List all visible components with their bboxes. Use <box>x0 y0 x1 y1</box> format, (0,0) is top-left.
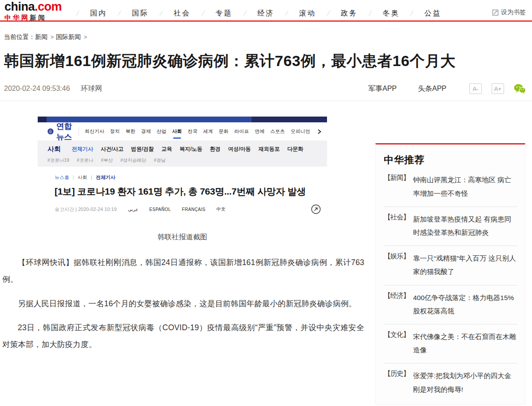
publish-time: 2020-02-24 09:53:46 <box>4 85 70 92</box>
yonhap-headline: [1보] 코로나19 환자 161명 추가, 총 763명...7번째 사망자 … <box>55 185 321 198</box>
yonhap-logo[interactable]: 연합뉴스 <box>47 121 72 142</box>
lang-chinese[interactable]: 中文 <box>217 206 226 212</box>
recommend-item-economy[interactable]: 【经济】 400亿争夺战落定：格力电器15%股权花落高瓴 <box>384 285 517 324</box>
site-header: china.com 中华网新闻 国内 国际 社会 专题 经济 滚动 政务 冬奥 … <box>0 0 532 22</box>
yonhap-nav-sports[interactable]: 스포츠 <box>270 128 285 135</box>
image-caption: 韩联社报道截图 <box>38 233 327 242</box>
yonhap-section-title: 사회 <box>47 145 61 153</box>
yonhap-nav-world[interactable]: 세계 <box>203 128 213 135</box>
yonhap-nav-industry[interactable]: 산업 <box>157 128 166 135</box>
article-column: 연합뉴스 최신기사 정치 북한 경제 산업 사회 전국 세계 문화 라이프 연예… <box>0 117 365 353</box>
article-source[interactable]: 环球网 <box>81 85 102 92</box>
logo-subtitle: 中华网新闻 <box>4 14 62 21</box>
recommend-category: 【社会】 <box>384 213 413 239</box>
article-meta-right: 军事APP 头条APP A- A+ <box>347 83 526 94</box>
share-icon[interactable] <box>311 204 321 214</box>
recommend-item-history[interactable]: 【历史】 张爱萍:把我划为邓小平的四大金刚是对我的侮辱! <box>384 363 517 402</box>
yonhap-subnav: 사회 전체기사 사건/사고 법원/검찰 교육 복지/노동 환경 여성/아동 재외… <box>38 141 327 167</box>
page-title: 韩国新增161例新冠肺炎确诊病例：累计763例，最小患者16个月大 <box>4 50 528 72</box>
yonhap-nav: 최신기사 정치 북한 경제 산업 사회 전국 세계 문화 라이프 연예 스포츠 … <box>85 128 322 135</box>
toutiao-app-link[interactable]: 头条APP <box>418 84 446 94</box>
yonhap-nav-opinion[interactable]: 오피니언 <box>291 128 310 135</box>
nav-item-special[interactable]: 专题 <box>191 9 233 18</box>
lang-french[interactable]: FRANÇAIS <box>182 207 205 212</box>
chevron-right-icon[interactable] <box>317 129 322 134</box>
recommend-text: 张爱萍:把我划为邓小平的四大金刚是对我的侮辱! <box>413 369 517 396</box>
yonhap-subnav-row: 사회 전체기사 사건/사고 법원/검찰 교육 복지/노동 환경 여성/아동 재외… <box>47 145 320 153</box>
recommend-text: 新加坡登革热疫情又起 有病患同时感染登革热和新冠肺炎 <box>413 213 517 239</box>
hashtag-pilgrimage[interactable]: #성지순례단 <box>120 157 146 164</box>
yonhap-screenshot-image: 연합뉴스 최신기사 정치 북한 경제 산업 사회 전국 세계 문화 라이프 연예… <box>38 117 327 220</box>
yonhap-subnav-all[interactable]: 전체기사 <box>72 145 93 153</box>
recommend-category: 【娱乐】 <box>384 252 413 278</box>
yonhap-subnav-environment[interactable]: 환경 <box>210 145 221 153</box>
nav-item-government[interactable]: 政务 <box>316 9 358 18</box>
bookmark-icon <box>492 9 499 16</box>
breadcrumb-link-international-news[interactable]: 国际新闻 <box>56 33 89 40</box>
nav-item-rolling[interactable]: 滚动 <box>274 9 316 18</box>
hashtag-gyeongnam[interactable]: #경남 <box>154 157 166 164</box>
yonhap-nav-national[interactable]: 전국 <box>188 128 197 135</box>
yonhap-nav-culture[interactable]: 문화 <box>219 128 229 135</box>
yonhap-bc-home[interactable]: 뉴스홈 <box>55 174 69 181</box>
nav-item-charity[interactable]: 公益 <box>399 9 441 18</box>
article-meta-left: 2020-02-24 09:53:46 环球网 <box>4 84 102 94</box>
recommend-item-society[interactable]: 【社会】 新加坡登革热疫情又起 有病患同时感染登革热和新冠肺炎 <box>384 207 517 246</box>
site-logo[interactable]: china.com 中华网新闻 <box>4 1 62 21</box>
hashtag-corona[interactable]: #코로나 <box>77 157 93 164</box>
recommend-text: 宋代佛像之美：不在石窟而在木雕造像 <box>413 330 517 357</box>
recommend-sidebar: 中华推荐 【新闻】 钟南山评黑龙江：高寒地区 病亡率增加一些不奇怪 【社会】 新… <box>375 143 525 405</box>
yonhap-nav-society[interactable]: 사회 <box>172 128 182 135</box>
breadcrumb-link-news[interactable]: 新闻 <box>35 33 56 40</box>
recommend-item-culture[interactable]: 【文化】 宋代佛像之美：不在石窟而在木雕造像 <box>384 324 517 363</box>
yonhap-subnav-women[interactable]: 여성/아동 <box>228 145 251 153</box>
yonhap-bc-society[interactable]: 사회 <box>69 174 87 181</box>
yonhap-bc-all[interactable]: 전체기사 <box>87 174 115 181</box>
article-paragraph: 【环球网快讯】据韩联社刚刚消息，韩国24日通报称，该国新增161例新冠肺炎确诊病… <box>2 254 364 288</box>
nav-item-winter-olympics[interactable]: 冬奥 <box>358 9 399 18</box>
main-nav: 国内 国际 社会 专题 经济 滚动 政务 冬奥 公益 <box>65 9 441 18</box>
yonhap-publish-time: 송고시간 | 2020-02-24 10:19 <box>55 206 117 213</box>
nav-item-economy[interactable]: 经济 <box>233 9 274 18</box>
yonhap-subnav-education[interactable]: 교육 <box>162 145 172 153</box>
article-paragraph: 另据人民日报报道，一名16个月的女婴被确诊感染，这是目前韩国年龄最小的新冠肺炎确… <box>2 296 364 312</box>
recommend-item-entertainment[interactable]: 【娱乐】 靠一只“戏精猫”年入百万 这只别人家的猫我酸了 <box>384 246 517 285</box>
yonhap-nav-latest[interactable]: 최신기사 <box>85 128 104 135</box>
recommend-item-news[interactable]: 【新闻】 钟南山评黑龙江：高寒地区 病亡率增加一些不奇怪 <box>384 168 517 207</box>
yonhap-byline: 송고시간 | 2020-02-24 10:19 عربي ESPAÑOL FRA… <box>55 204 321 214</box>
font-increase-button[interactable]: A+ <box>492 83 504 94</box>
recommend-category: 【文化】 <box>384 330 413 357</box>
yonhap-subnav-multicultural[interactable]: 다문화 <box>287 145 303 153</box>
yonhap-nav-economy[interactable]: 경제 <box>141 128 151 135</box>
yonhap-nav-life[interactable]: 라이프 <box>234 128 249 135</box>
yonhap-nav-entertainment[interactable]: 연예 <box>255 128 264 135</box>
yonhap-nav-politics[interactable]: 정치 <box>110 128 120 135</box>
logo-sub-dark: 新闻 <box>30 14 47 21</box>
hashtag-corona19[interactable]: #코로나19 <box>47 157 69 164</box>
yonhap-hashtags: #코로나19 #코로나 #부산 #성지순례단 #경남 <box>47 157 320 164</box>
bookmark-label: 设为书签 <box>501 8 526 16</box>
nav-item-society[interactable]: 社会 <box>149 9 190 18</box>
yonhap-subnav-welfare[interactable]: 복지/노동 <box>180 145 202 153</box>
logo-wordmark: china.com <box>4 1 62 13</box>
content-area: 연합뉴스 최신기사 정치 북한 경제 산업 사회 전국 세계 문화 라이프 연예… <box>0 117 532 353</box>
breadcrumb: 当前位置：新闻国际新闻 <box>4 33 532 41</box>
hashtag-busan[interactable]: #부산 <box>101 157 113 164</box>
yonhap-language-links: عربي ESPAÑOL FRANÇAIS 中文 <box>128 206 226 212</box>
yonhap-article: 뉴스홈 사회 전체기사 [1보] 코로나19 환자 161명 추가, 총 763… <box>38 167 327 220</box>
yonhap-subnav-overseas[interactable]: 재외동포 <box>258 145 280 153</box>
lang-arabic[interactable]: عربي <box>128 207 138 212</box>
yonhap-subnav-incident[interactable]: 사건/사고 <box>101 145 123 153</box>
yonhap-header: 연합뉴스 최신기사 정치 북한 경제 산업 사회 전국 세계 문화 라이프 연예… <box>38 122 327 141</box>
nav-item-international[interactable]: 国际 <box>107 9 149 18</box>
article-paragraph: 23日，韩国政府正式发布新型冠状病毒（COVID-19）疫情最高级别“严重”预警… <box>2 320 364 353</box>
lang-spanish[interactable]: ESPAÑOL <box>149 207 171 212</box>
yonhap-subnav-court[interactable]: 법원/검찰 <box>131 145 154 153</box>
recommend-category: 【新闻】 <box>384 173 413 200</box>
font-decrease-button[interactable]: A- <box>469 83 482 94</box>
nav-item-domestic[interactable]: 国内 <box>65 9 107 18</box>
wechat-share-icon[interactable] <box>514 84 526 94</box>
military-app-link[interactable]: 军事APP <box>368 84 397 94</box>
yonhap-nav-nk[interactable]: 북한 <box>126 128 135 135</box>
bookmark-button[interactable]: 设为书签 <box>492 8 526 16</box>
